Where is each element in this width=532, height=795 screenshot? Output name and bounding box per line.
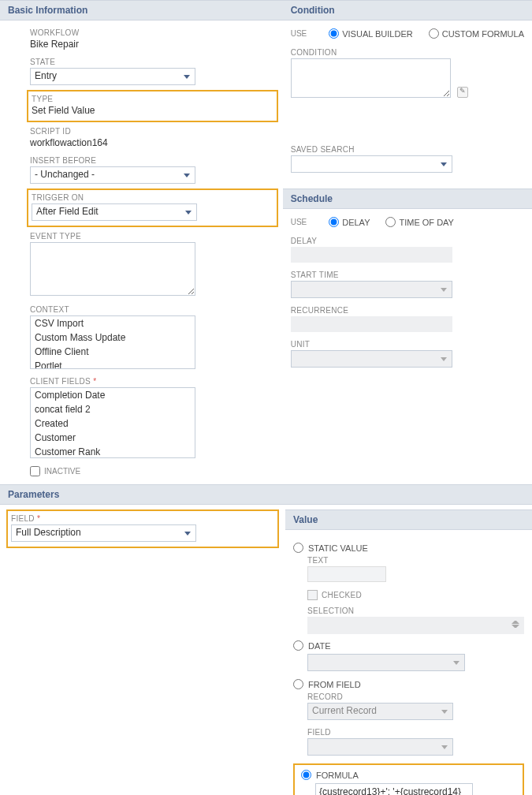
trigger-on-highlight: TRIGGER ON After Field Edit [27, 188, 278, 227]
workflow-value: Bike Repair [30, 39, 275, 50]
inactive-checkbox[interactable] [30, 466, 40, 476]
selection-dropdown [307, 617, 524, 634]
unit-dropdown [291, 350, 452, 368]
list-item[interactable]: CSV Import [31, 316, 195, 330]
scriptid-label: SCRIPT ID [30, 127, 275, 136]
condition-header: Condition [283, 0, 532, 21]
recurrence-label: RECURRENCE [291, 306, 524, 315]
parameters-header: Parameters [0, 484, 532, 505]
static-value-radio[interactable]: STATIC VALUE [293, 543, 524, 553]
param-field-label: FIELD * [11, 514, 274, 523]
trigger-on-label: TRIGGER ON [32, 193, 273, 202]
list-item[interactable]: Completion Date [31, 388, 195, 402]
list-item[interactable]: Customer [31, 431, 195, 445]
list-item[interactable]: Customer Rank [31, 445, 195, 458]
time-of-day-radio[interactable]: TIME OF DAY [385, 217, 453, 227]
record-label: RECORD [307, 692, 524, 701]
edit-icon[interactable] [457, 87, 468, 98]
saved-search-label: SAVED SEARCH [291, 145, 524, 154]
insert-before-label: INSERT BEFORE [30, 156, 275, 165]
condition-textarea[interactable] [291, 58, 451, 98]
unit-label: UNIT [291, 340, 524, 349]
formula-highlight: FORMULA [293, 763, 524, 795]
event-type-textarea[interactable] [30, 242, 195, 296]
checked-checkbox [307, 590, 318, 600]
date-radio[interactable]: DATE [293, 640, 524, 651]
context-label: CONTEXT [30, 305, 275, 314]
workflow-label: WORKFLOW [30, 28, 275, 37]
list-item[interactable]: Created [31, 416, 195, 431]
subfield-dropdown [307, 738, 453, 756]
custom-formula-radio[interactable]: CUSTOM FORMULA [429, 28, 524, 39]
schedule-use-label: USE [291, 218, 307, 226]
type-value: Set Field Value [32, 105, 273, 116]
condition-label: CONDITION [291, 48, 524, 57]
delay-label: DELAY [291, 237, 524, 245]
delay-radio[interactable]: DELAY [329, 217, 370, 227]
subfield-label: FIELD [307, 728, 524, 737]
record-dropdown: Current Record [307, 703, 453, 720]
field-highlight: FIELD * Full Description [6, 509, 279, 548]
visual-builder-radio[interactable]: VISUAL BUILDER [329, 28, 412, 39]
insert-before-dropdown[interactable]: - Unchanged - [30, 166, 195, 184]
list-item[interactable]: Custom Mass Update [31, 330, 195, 345]
text-input [307, 566, 386, 582]
trigger-on-dropdown[interactable]: After Field Edit [32, 203, 197, 221]
start-time-label: START TIME [291, 271, 524, 279]
param-field-dropdown[interactable]: Full Description [11, 524, 196, 542]
type-highlight: TYPE Set Field Value [27, 90, 278, 122]
date-dropdown [307, 654, 465, 671]
saved-search-dropdown[interactable] [291, 155, 452, 173]
state-dropdown[interactable]: Entry [30, 68, 195, 85]
condition-use-label: USE [291, 29, 307, 38]
formula-radio[interactable]: FORMULA [301, 770, 516, 780]
delay-input [291, 247, 452, 263]
scriptid-value: workflowaction164 [30, 137, 275, 148]
schedule-header: Schedule [283, 188, 532, 209]
formula-textarea[interactable] [315, 783, 473, 795]
list-item[interactable]: Portlet [31, 359, 195, 369]
type-label: TYPE [32, 95, 273, 103]
basic-info-header: Basic Information [0, 0, 283, 21]
start-time-dropdown [291, 281, 452, 298]
value-header: Value [285, 509, 532, 530]
client-fields-listbox[interactable]: Completion Date concat field 2 Created C… [30, 387, 195, 458]
list-item[interactable]: concat field 2 [31, 402, 195, 416]
selection-label: SELECTION [307, 607, 524, 615]
event-type-label: EVENT TYPE [30, 232, 275, 241]
list-item[interactable]: Offline Client [31, 345, 195, 359]
state-label: STATE [30, 58, 275, 66]
recurrence-input [291, 316, 452, 332]
text-label: TEXT [307, 556, 524, 565]
client-fields-label: CLIENT FIELDS * [30, 377, 275, 386]
from-field-radio[interactable]: FROM FIELD [293, 679, 524, 689]
context-listbox[interactable]: CSV Import Custom Mass Update Offline Cl… [30, 315, 195, 369]
inactive-label: INACTIVE [44, 467, 80, 476]
checked-label: CHECKED [322, 591, 362, 599]
